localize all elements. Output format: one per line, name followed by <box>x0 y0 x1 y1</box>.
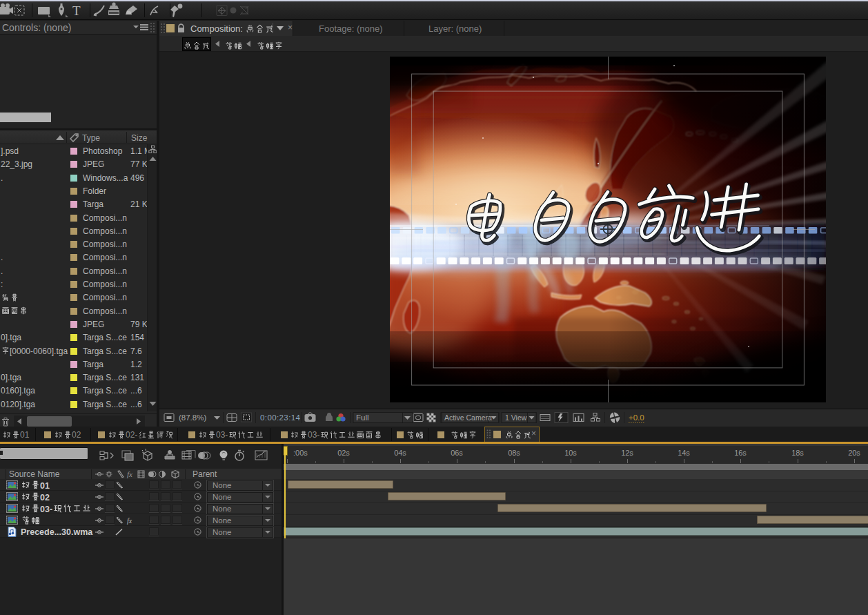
svg-text:12s: 12s <box>621 449 633 457</box>
svg-text:10s: 10s <box>564 449 577 457</box>
svg-text:06s: 06s <box>451 449 463 457</box>
svg-text:+0.0: +0.0 <box>629 413 644 422</box>
svg-text:14s: 14s <box>678 449 690 457</box>
svg-text:(87.8%): (87.8%) <box>179 413 206 422</box>
svg-text:16s: 16s <box>734 449 747 457</box>
svg-text:18s: 18s <box>791 449 804 457</box>
svg-text:Full: Full <box>356 413 369 422</box>
svg-text:0:00:23:14: 0:00:23:14 <box>260 413 301 422</box>
svg-text:fx: fx <box>127 470 132 478</box>
svg-text:02s: 02s <box>337 449 350 457</box>
svg-text:04s: 04s <box>394 449 406 457</box>
svg-text:20s: 20s <box>848 449 860 457</box>
svg-text::00s: :00s <box>293 449 308 457</box>
svg-text:Active Camera: Active Camera <box>444 413 492 422</box>
svg-text:T: T <box>72 3 81 18</box>
svg-text:08s: 08s <box>508 449 520 457</box>
svg-text:fx: fx <box>127 517 132 525</box>
svg-text:1 View: 1 View <box>505 413 527 422</box>
